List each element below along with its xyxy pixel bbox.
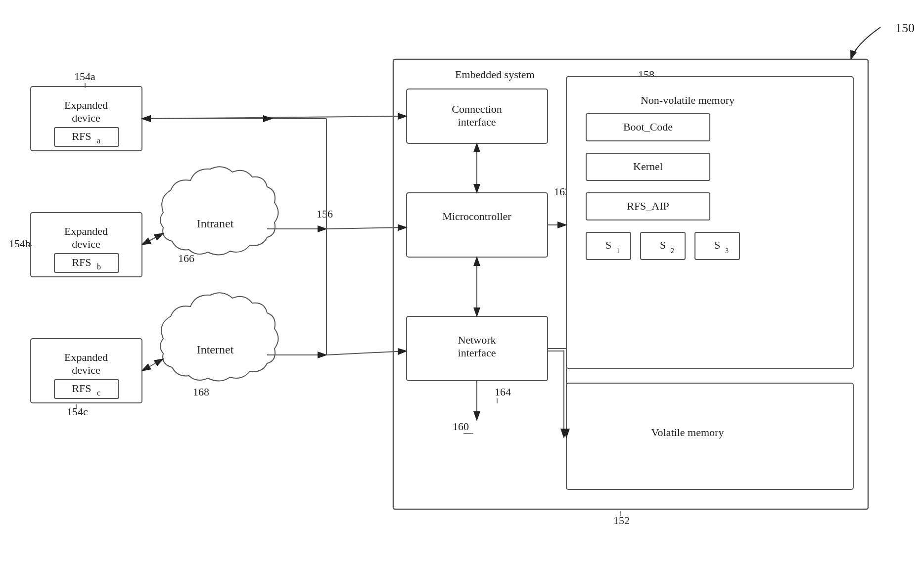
rfsc-label: RFS bbox=[72, 382, 91, 395]
kernel-label: Kernel bbox=[633, 160, 663, 173]
expanded-device-c-label: Expanded bbox=[64, 351, 108, 363]
connection-interface-label1: Connection bbox=[452, 103, 502, 115]
patent-diagram-svg: 150 Expanded device RFS a 154a Expanded … bbox=[0, 0, 924, 570]
num-154b: 154b bbox=[9, 237, 31, 250]
num-156: 156 bbox=[317, 208, 333, 220]
s2-sub: 2 bbox=[671, 247, 674, 255]
rfsb-label: RFS bbox=[72, 256, 91, 268]
expanded-device-c-label2: device bbox=[72, 364, 100, 376]
volatile-memory-label: Volatile memory bbox=[651, 426, 724, 438]
rfsb-sub: b bbox=[97, 263, 101, 271]
expanded-device-a-label2: device bbox=[72, 112, 100, 124]
num-154a: 154a bbox=[74, 70, 95, 83]
rfsc-sub: c bbox=[97, 389, 100, 397]
s1-label: S bbox=[605, 239, 611, 251]
num-160: 160 bbox=[453, 420, 469, 433]
expanded-device-b-label: Expanded bbox=[64, 225, 108, 237]
svg-rect-18 bbox=[407, 193, 548, 257]
microcontroller-label1: Microcontroller bbox=[442, 210, 511, 222]
network-interface-label2: interface bbox=[458, 347, 496, 359]
num-154c: 154c bbox=[67, 405, 88, 418]
network-interface-label1: Network bbox=[458, 334, 496, 346]
boot-code-label: Boot_Code bbox=[623, 121, 673, 133]
expanded-device-a-label: Expanded bbox=[64, 99, 108, 111]
s3-label: S bbox=[714, 239, 720, 251]
rfsa-sub: a bbox=[97, 136, 100, 145]
expanded-device-b-label2: device bbox=[72, 238, 100, 250]
embedded-system-label: Embedded system bbox=[455, 68, 535, 81]
num-168: 168 bbox=[193, 386, 209, 398]
rfsa-label: RFS bbox=[72, 130, 91, 142]
diagram-container: 150 Expanded device RFS a 154a Expanded … bbox=[0, 0, 924, 570]
ref-150: 150 bbox=[895, 21, 915, 35]
internet-label: Internet bbox=[197, 343, 234, 356]
num-152: 152 bbox=[613, 514, 630, 526]
s2-label: S bbox=[660, 239, 666, 251]
s3-sub: 3 bbox=[725, 247, 729, 255]
connection-interface-label2: interface bbox=[458, 116, 496, 128]
num-164: 164 bbox=[495, 386, 511, 398]
num-166: 166 bbox=[178, 252, 194, 264]
rfs-aip-label: RFS_AIP bbox=[627, 200, 669, 212]
s1-sub: 1 bbox=[616, 247, 620, 255]
non-volatile-memory-label: Non-volatile memory bbox=[641, 94, 735, 106]
intranet-label: Intranet bbox=[197, 217, 234, 230]
